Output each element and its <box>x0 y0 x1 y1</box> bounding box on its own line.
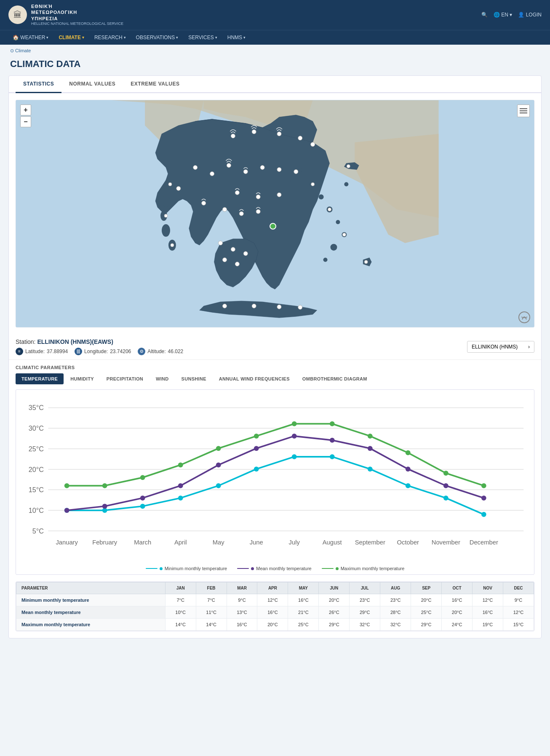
svg-point-114 <box>292 421 297 426</box>
station-info: Station: ELLINIKON (HNMS)(EAWS) ≡ Latitu… <box>9 334 541 360</box>
legend-label-min: Minimum monthly temperature <box>165 566 227 571</box>
chevron-right-icon: › <box>528 344 530 350</box>
nav-weather[interactable]: 🏠 WEATHER ▾ <box>8 30 53 45</box>
table-cell-value: 16°C <box>257 606 288 619</box>
org-name-line2: ΜΕΤΕΩΡΟΛΟΓΙΚΗ <box>31 9 123 15</box>
latitude-item: ≡ Latitude: 37.88994 <box>16 348 68 355</box>
svg-point-104 <box>368 446 373 451</box>
svg-point-116 <box>368 434 373 439</box>
svg-text:December: December <box>470 539 498 546</box>
table-cell-value: 20°C <box>319 594 350 606</box>
zoom-out-button[interactable]: − <box>20 116 31 127</box>
svg-point-17 <box>162 224 170 236</box>
org-text: ΕΘΝΙΚΉ ΜΕΤΕΩΡΟΛΟΓΙΚΗ ΥΠΗΡΕΣΙΑ HELLENIC N… <box>31 3 123 27</box>
param-tab-humidity[interactable]: HUMIDITY <box>64 373 100 384</box>
login-button[interactable]: 👤 LOGIN <box>518 12 542 18</box>
th-aug: AUG <box>380 582 411 594</box>
param-tab-wind[interactable]: WIND <box>150 373 175 384</box>
param-tab-ombro[interactable]: OMBROTHERMIC DIAGRAM <box>296 373 373 384</box>
svg-point-110 <box>140 475 145 480</box>
nav-climate[interactable]: CLIMATE ▾ <box>54 30 88 45</box>
svg-text:June: June <box>250 539 263 546</box>
th-feb: FEB <box>196 582 227 594</box>
svg-point-49 <box>311 182 315 186</box>
svg-point-101 <box>254 446 259 451</box>
svg-point-24 <box>193 165 198 169</box>
th-oct: OCT <box>442 582 473 594</box>
th-dec: DEC <box>503 582 534 594</box>
svg-point-10 <box>323 257 328 262</box>
svg-point-32 <box>235 190 239 195</box>
zoom-in-button[interactable]: + <box>20 105 31 115</box>
table-cell-value: 29°C <box>411 619 442 631</box>
svg-point-54 <box>168 182 172 186</box>
param-tab-precipitation[interactable]: PRECIPITATION <box>101 373 149 384</box>
legend-min: Minimum monthly temperature <box>146 566 227 571</box>
longitude-value: 23.74206 <box>110 349 131 354</box>
svg-point-112 <box>216 446 221 451</box>
nav-observations[interactable]: OBSERVATIONS ▾ <box>132 30 183 45</box>
tab-statistics[interactable]: STATISTICS <box>16 76 61 93</box>
table-cell-value: 16°C <box>288 594 319 606</box>
main-tabs: STATISTICS NORMAL VALUES EXTREME VALUES <box>9 76 541 93</box>
legend-dot-min <box>160 567 163 570</box>
svg-point-27 <box>243 169 248 174</box>
search-icon[interactable]: 🔍 <box>481 12 488 18</box>
logo-icon: 🏛 <box>8 5 27 24</box>
table-cell-value: 32°C <box>380 619 411 631</box>
svg-point-20 <box>252 129 256 134</box>
svg-point-42 <box>243 251 248 255</box>
svg-text:5°C: 5°C <box>32 527 44 534</box>
svg-point-90 <box>292 454 297 459</box>
nav-hnms[interactable]: HNMS ▾ <box>223 30 250 45</box>
svg-point-15 <box>162 195 170 207</box>
svg-point-118 <box>443 470 449 475</box>
table-cell-value: 23°C <box>350 594 380 606</box>
svg-point-9 <box>331 244 337 250</box>
svg-text:25°C: 25°C <box>29 445 44 452</box>
svg-point-119 <box>481 483 486 488</box>
table-cell-value: 20°C <box>442 606 473 619</box>
arrow-icon: ▾ <box>243 35 246 40</box>
table-cell-value: 25°C <box>411 606 442 619</box>
svg-point-95 <box>481 512 486 517</box>
org-sub: HELLENIC NATIONAL METEOROLOGICAL SERVICE <box>31 21 123 27</box>
svg-point-94 <box>443 495 449 500</box>
legend-dot-max <box>336 567 339 570</box>
svg-point-31 <box>270 223 276 229</box>
svg-point-86 <box>140 504 145 509</box>
svg-point-38 <box>239 212 243 216</box>
svg-point-111 <box>178 462 183 467</box>
breadcrumb-link[interactable]: ⊙ Climate <box>10 48 31 53</box>
longitude-item: ||| Longitude: 23.74206 <box>75 348 131 355</box>
data-table: PARAMETER JAN FEB MAR APR MAY JUN JUL AU… <box>16 582 534 631</box>
svg-point-97 <box>102 504 107 509</box>
table-cell-value: 9°C <box>227 594 257 606</box>
org-name-line3: ΥΠΗΡΕΣΙΑ <box>31 16 123 21</box>
param-tab-sunshine[interactable]: SUNSHINE <box>176 373 212 384</box>
latitude-value: 37.88994 <box>47 349 68 354</box>
map-layer-button[interactable] <box>517 105 530 117</box>
svg-rect-1 <box>520 110 527 111</box>
param-tab-wind-freq[interactable]: ANNUAL WIND FREQUENCIES <box>213 373 296 384</box>
svg-point-108 <box>64 483 69 488</box>
svg-point-47 <box>277 305 281 309</box>
legend-max: Maximum monthly temperature <box>322 566 405 571</box>
table-cell-value: 15°C <box>503 619 534 631</box>
th-mar: MAR <box>227 582 257 594</box>
tab-normal-values[interactable]: NORMAL VALUES <box>61 76 123 93</box>
svg-point-35 <box>176 186 181 190</box>
table-cell-value: 29°C <box>319 619 350 631</box>
nav-services[interactable]: SERVICES ▾ <box>184 30 221 45</box>
table-cell-value: 25°C <box>288 619 319 631</box>
table-cell-value: 23°C <box>380 594 411 606</box>
table-cell-value: 16°C <box>442 594 473 606</box>
tab-extreme-values[interactable]: EXTREME VALUES <box>123 76 187 93</box>
table-cell-value: 29°C <box>350 606 380 619</box>
language-selector[interactable]: 🌐 EN ▾ <box>494 12 512 18</box>
station-dropdown-label: ELLINIKON (HNMS) <box>472 344 518 350</box>
chart-area: 35°C 30°C 25°C 20°C 15°C 10°C 5°C Januar… <box>16 389 534 575</box>
station-dropdown[interactable]: ELLINIKON (HNMS) › <box>467 341 534 353</box>
param-tab-temperature[interactable]: TEMPERATURE <box>16 373 64 384</box>
nav-research[interactable]: RESEARCH ▾ <box>90 30 130 45</box>
